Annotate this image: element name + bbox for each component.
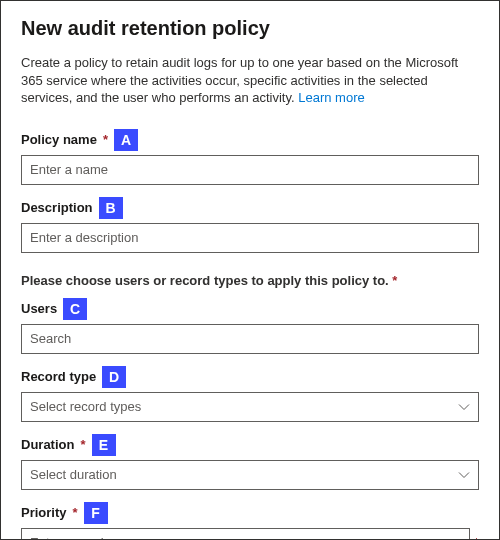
duration-label-row: Duration * E [21,434,479,456]
description-label-row: Description B [21,197,479,219]
duration-placeholder: Select duration [30,467,117,482]
users-label: Users [21,301,57,316]
required-mark: * [474,535,479,540]
required-mark: * [392,273,397,288]
badge-a: A [114,129,138,151]
policy-name-input[interactable] [21,155,479,185]
duration-label: Duration [21,437,74,452]
badge-e: E [92,434,116,456]
badge-f: F [84,502,108,524]
badge-d: D [102,366,126,388]
priority-input[interactable] [21,528,470,540]
priority-input-row: * [21,528,479,540]
required-mark: * [80,437,85,452]
chevron-down-icon [458,401,470,413]
users-label-row: Users C [21,298,479,320]
required-mark: * [73,505,78,520]
policy-name-label: Policy name [21,132,97,147]
policy-name-label-row: Policy name * A [21,129,479,151]
chevron-down-icon [458,469,470,481]
duration-select[interactable]: Select duration [21,460,479,490]
new-audit-retention-policy-panel: New audit retention policy Create a poli… [0,0,500,540]
priority-label-row: Priority * F [21,502,479,524]
section-instruction: Please choose users or record types to a… [21,273,479,288]
description-label: Description [21,200,93,215]
record-type-label-row: Record type D [21,366,479,388]
learn-more-link[interactable]: Learn more [298,90,364,105]
record-type-placeholder: Select record types [30,399,141,414]
users-search-input[interactable] [21,324,479,354]
intro-body: Create a policy to retain audit logs for… [21,55,458,105]
required-mark: * [103,132,108,147]
badge-c: C [63,298,87,320]
intro-text: Create a policy to retain audit logs for… [21,54,479,107]
badge-b: B [99,197,123,219]
page-title: New audit retention policy [21,17,479,40]
record-type-select[interactable]: Select record types [21,392,479,422]
section-instruction-text: Please choose users or record types to a… [21,273,389,288]
priority-label: Priority [21,505,67,520]
description-input[interactable] [21,223,479,253]
record-type-label: Record type [21,369,96,384]
